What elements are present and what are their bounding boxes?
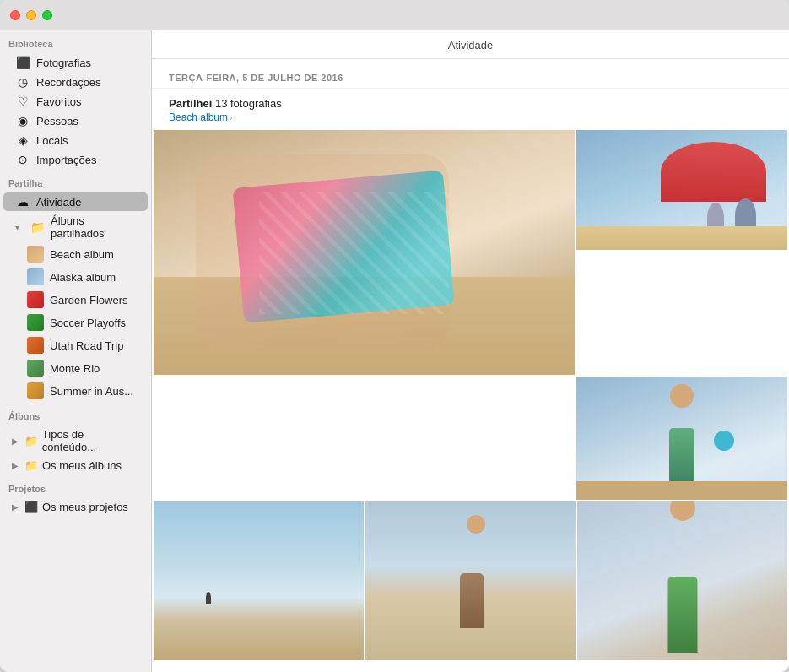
photo-bottom-cell-1[interactable] bbox=[154, 501, 364, 660]
photo-cell-main[interactable] bbox=[154, 130, 575, 375]
sidebar-item-fotografias[interactable]: ⬛ Fotografias bbox=[3, 53, 148, 72]
album-label: Summer in Aus... bbox=[50, 385, 133, 398]
photo-cell-mid-right[interactable] bbox=[576, 377, 787, 500]
sidebar-item-label: Importações bbox=[36, 154, 139, 166]
disclosure-icon: ▾ bbox=[15, 223, 24, 232]
activity-count: 13 fotografias bbox=[215, 97, 282, 110]
sidebar-subitem-alaska-album[interactable]: Alaska album bbox=[3, 266, 148, 288]
sidebar-subitem-garden-flowers[interactable]: Garden Flowers bbox=[3, 289, 148, 311]
sidebar-subitem-utah-road-trip[interactable]: Utah Road Trip bbox=[3, 334, 148, 356]
activity-feed: TERÇA-FEIRA, 5 DE JULHO DE 2016 Partilhe… bbox=[152, 59, 789, 672]
sidebar-item-label: Álbuns partilhados bbox=[51, 214, 139, 240]
sidebar-item-recordacoes[interactable]: ◷ Recordações bbox=[3, 73, 148, 91]
sidebar-item-label: Pessoas bbox=[36, 115, 139, 127]
folder-icon: 📁 bbox=[24, 435, 38, 447]
activity-action: Partilhei bbox=[169, 97, 212, 110]
content-title: Atividade bbox=[169, 39, 772, 51]
sidebar-item-label: Os meus projetos bbox=[42, 501, 128, 513]
sidebar-item-label: Favoritos bbox=[36, 95, 139, 108]
maximize-button[interactable] bbox=[42, 10, 52, 20]
album-label: Alaska album bbox=[50, 271, 116, 284]
album-label: Garden Flowers bbox=[50, 294, 127, 306]
alaska-album-thumb bbox=[27, 268, 44, 285]
sidebar-item-pessoas[interactable]: ◉ Pessoas bbox=[3, 111, 148, 130]
sidebar-item-label: Fotografias bbox=[36, 57, 139, 69]
folder-icon: 📁 bbox=[24, 459, 38, 472]
section-projetos: Projetos bbox=[0, 475, 151, 497]
monte-album-thumb bbox=[27, 360, 44, 377]
sidebar-item-locais[interactable]: ◈ Locais bbox=[3, 131, 148, 149]
sidebar-item-os-meus-projetos[interactable]: ▶ ⬛ Os meus projetos bbox=[3, 498, 148, 516]
album-label: Utah Road Trip bbox=[50, 339, 123, 352]
content-area: Atividade TERÇA-FEIRA, 5 DE JULHO DE 201… bbox=[152, 30, 789, 672]
activity-date-header: TERÇA-FEIRA, 5 DE JULHO DE 2016 bbox=[152, 59, 789, 89]
activity-item: Partilhei 13 fotografias Beach album › bbox=[152, 89, 789, 128]
section-biblioteca: Biblioteca bbox=[0, 30, 151, 52]
sidebar-subitem-monte-rio[interactable]: Monte Rio bbox=[3, 357, 148, 379]
photo-grid bbox=[152, 128, 789, 501]
sidebar-item-label: Atividade bbox=[36, 196, 139, 209]
soccer-album-thumb bbox=[27, 314, 44, 331]
photo-bottom-row bbox=[152, 501, 789, 662]
beach-album-thumb bbox=[27, 246, 44, 263]
close-button[interactable] bbox=[10, 10, 20, 20]
sidebar-item-tipos-conteudo[interactable]: ▶ 📁 Tipos de conteúdo... bbox=[3, 425, 148, 456]
sidebar-item-albuns-partilhados[interactable]: ▾ 📁 Álbuns partilhados bbox=[3, 212, 148, 242]
sidebar-item-atividade[interactable]: ☁ Atividade bbox=[3, 192, 148, 211]
photo-cell-top-right[interactable] bbox=[576, 130, 787, 250]
projects-icon: ⬛ bbox=[24, 501, 38, 513]
disclosure-icon: ▶ bbox=[12, 461, 20, 470]
album-label: Beach album bbox=[50, 248, 114, 261]
activity-album-link[interactable]: Beach album › bbox=[169, 111, 772, 123]
album-label: Monte Rio bbox=[50, 362, 100, 375]
sidebar-subitem-beach-album[interactable]: Beach album bbox=[3, 243, 148, 265]
folder-icon: 📁 bbox=[30, 220, 45, 234]
album-link-label: Beach album bbox=[169, 111, 228, 123]
content-header: Atividade bbox=[152, 30, 789, 59]
section-albuns: Álbuns bbox=[0, 403, 151, 425]
titlebar bbox=[0, 0, 789, 30]
album-label: Soccer Playoffs bbox=[50, 317, 126, 329]
utah-album-thumb bbox=[27, 337, 44, 354]
app-window: Biblioteca ⬛ Fotografias ◷ Recordações ♡… bbox=[0, 0, 789, 672]
minimize-button[interactable] bbox=[26, 10, 36, 20]
garden-album-thumb bbox=[27, 291, 44, 308]
sidebar-item-os-meus-albuns[interactable]: ▶ 📁 Os meus álbuns bbox=[3, 457, 148, 474]
sidebar-subitem-summer-in-aus[interactable]: Summer in Aus... bbox=[3, 380, 148, 402]
sidebar-item-favoritos[interactable]: ♡ Favoritos bbox=[3, 92, 148, 111]
person-icon: ◉ bbox=[15, 114, 30, 127]
sidebar-item-label: Recordações bbox=[36, 76, 139, 89]
sidebar-item-label: Tipos de conteúdo... bbox=[42, 428, 139, 453]
import-icon: ⊙ bbox=[15, 153, 30, 166]
summer-album-thumb bbox=[27, 382, 44, 399]
disclosure-icon: ▶ bbox=[12, 502, 20, 512]
traffic-lights bbox=[10, 10, 52, 20]
sidebar: Biblioteca ⬛ Fotografias ◷ Recordações ♡… bbox=[0, 30, 152, 672]
sidebar-item-importacoes[interactable]: ⊙ Importações bbox=[3, 150, 148, 169]
main-layout: Biblioteca ⬛ Fotografias ◷ Recordações ♡… bbox=[0, 30, 789, 672]
photo-bottom-cell-3[interactable] bbox=[577, 501, 787, 660]
photo-bottom-cell-2[interactable] bbox=[365, 501, 576, 660]
sidebar-subitem-soccer-playoffs[interactable]: Soccer Playoffs bbox=[3, 312, 148, 333]
clock-icon: ◷ bbox=[15, 75, 30, 89]
section-partilha: Partilha bbox=[0, 170, 151, 192]
cloud-icon: ☁ bbox=[15, 195, 30, 209]
pin-icon: ◈ bbox=[15, 133, 30, 147]
disclosure-icon: ▶ bbox=[12, 436, 20, 446]
camera-icon: ⬛ bbox=[15, 56, 30, 69]
activity-item-title: Partilhei 13 fotografias bbox=[169, 97, 772, 110]
sidebar-item-label: Locais bbox=[36, 134, 139, 147]
chevron-right-icon: › bbox=[230, 113, 232, 122]
sidebar-item-label: Os meus álbuns bbox=[42, 459, 122, 472]
heart-icon: ♡ bbox=[15, 95, 30, 108]
